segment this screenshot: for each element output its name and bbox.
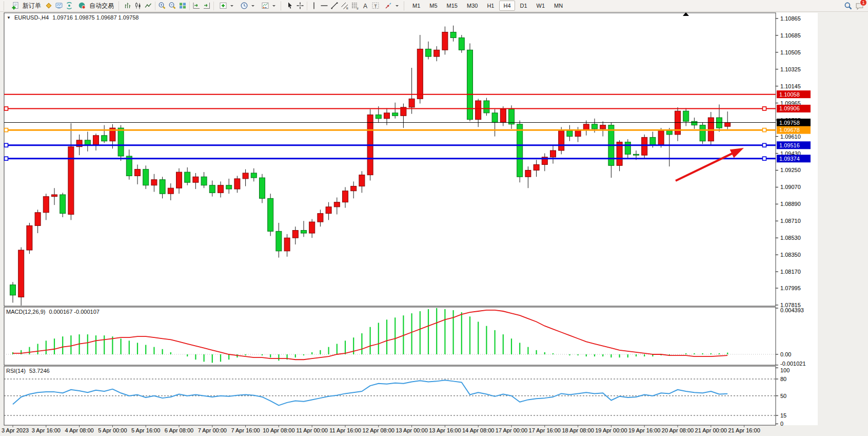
templates-icon: [260, 1, 270, 11]
timeframe-h1[interactable]: H1: [483, 1, 498, 11]
timeframe-m15[interactable]: M15: [443, 1, 462, 11]
candle: [534, 164, 539, 170]
macd-label: MACD(12,26,9) 0.000167 -0.000107: [6, 309, 100, 315]
signals-icon[interactable]: [64, 1, 74, 11]
autotrading-label: 自动交易: [89, 2, 114, 10]
chat-icon[interactable]: 1: [854, 1, 864, 11]
periods-button[interactable]: [236, 1, 258, 11]
candle: [351, 186, 357, 191]
svg-text:3 Apr 16:00: 3 Apr 16:00: [32, 427, 61, 433]
line-handle[interactable]: [763, 157, 766, 160]
chart-ohlc-values: 1.09716 1.09875 1.09687 1.09758: [52, 14, 139, 21]
candle: [301, 231, 307, 233]
line-handle[interactable]: [763, 128, 766, 132]
line-handle[interactable]: [5, 143, 8, 147]
svg-text:1.10505: 1.10505: [780, 49, 801, 55]
rsi-value: 53.7246: [29, 368, 50, 374]
collapse-triangle-icon[interactable]: ▼: [7, 15, 11, 20]
crosshair-icon[interactable]: [295, 1, 305, 11]
candle: [666, 131, 672, 135]
svg-text:F: F: [357, 7, 359, 10]
templates-button[interactable]: [258, 1, 279, 11]
candle: [359, 175, 365, 186]
svg-text:E: E: [346, 7, 348, 10]
svg-text:1.09610: 1.09610: [780, 134, 801, 140]
tile-windows-icon[interactable]: [177, 1, 188, 11]
svg-text:13 Apr 00:00: 13 Apr 00:00: [396, 427, 427, 433]
trendline-icon[interactable]: [329, 1, 340, 11]
candle: [52, 195, 57, 197]
svg-text:19 Apr 16:00: 19 Apr 16:00: [628, 427, 660, 433]
text-label-icon[interactable]: T: [370, 1, 381, 11]
candle: [35, 213, 41, 226]
candle: [492, 113, 498, 122]
candle: [409, 99, 415, 107]
main-pane[interactable]: [4, 13, 776, 306]
price-badge-1.09758: 1.09758: [777, 119, 811, 126]
svg-text:21 Apr 00:00: 21 Apr 00:00: [695, 427, 727, 433]
autotrading-button[interactable]: 自动交易: [74, 1, 116, 11]
candle: [85, 140, 90, 145]
bar-chart-icon[interactable]: [123, 1, 133, 11]
candle: [260, 178, 265, 198]
zoom-in-icon[interactable]: [157, 1, 167, 11]
timeframe-mn[interactable]: MN: [550, 1, 567, 11]
macd-pane[interactable]: [4, 307, 776, 365]
svg-text:15: 15: [780, 412, 786, 419]
new-order-button[interactable]: 新订单: [8, 1, 44, 11]
line-handle[interactable]: [5, 107, 8, 110]
fibonacci-icon[interactable]: F: [350, 1, 360, 11]
line-handle[interactable]: [763, 143, 766, 147]
candle: [426, 49, 431, 56]
candle: [18, 250, 24, 297]
svg-text:1.10145: 1.10145: [780, 83, 801, 89]
metaeditor-icon[interactable]: [44, 1, 54, 11]
cursor-icon[interactable]: [285, 1, 295, 11]
market-watch-icon[interactable]: [54, 1, 64, 11]
indicators-button[interactable]: [215, 1, 236, 11]
search-icon[interactable]: [843, 1, 853, 11]
candle: [93, 136, 99, 145]
svg-text:1.09374: 1.09374: [779, 156, 800, 162]
candle: [459, 38, 464, 50]
svg-text:-0.001021: -0.001021: [780, 361, 806, 367]
candle: [326, 207, 331, 214]
horizontal-line-icon[interactable]: [319, 1, 329, 11]
rsi-label: RSI(14) 53.7246: [6, 368, 50, 374]
timeframe-d1[interactable]: D1: [516, 1, 531, 11]
candle: [692, 121, 697, 125]
timeframe-m30[interactable]: M30: [463, 1, 482, 11]
time-axis[interactable]: 3 Apr 20233 Apr 16:004 Apr 08:005 Apr 00…: [2, 425, 760, 433]
candle: [650, 137, 656, 145]
candle: [384, 113, 390, 119]
candle: [151, 180, 157, 185]
line-handle[interactable]: [763, 107, 766, 110]
equidistant-channel-icon[interactable]: E: [340, 1, 350, 11]
svg-text:1.09070: 1.09070: [780, 184, 801, 190]
timeframe-m1[interactable]: M1: [408, 1, 424, 11]
chevron-down-icon: [230, 5, 233, 8]
arrows-button[interactable]: [381, 1, 402, 11]
svg-text:7 Apr 16:00: 7 Apr 16:00: [231, 427, 260, 433]
chevron-down-icon: [251, 5, 254, 8]
line-handle[interactable]: [5, 128, 8, 132]
auto-scroll-icon[interactable]: [191, 1, 202, 11]
text-icon[interactable]: A: [360, 1, 370, 11]
timeframe-h4[interactable]: H4: [499, 1, 515, 11]
vertical-line-icon[interactable]: [309, 1, 319, 11]
candle: [43, 197, 49, 213]
line-chart-icon[interactable]: [143, 1, 153, 11]
candlestick-chart-icon[interactable]: [133, 1, 143, 11]
candle: [209, 185, 215, 193]
price-chart-canvas[interactable]: 1.108651.106851.105051.103251.101451.099…: [0, 0, 868, 436]
candle: [517, 124, 523, 177]
zoom-out-icon[interactable]: [167, 1, 177, 11]
chart-shift-icon[interactable]: [202, 1, 212, 11]
line-handle[interactable]: [5, 157, 8, 160]
svg-text:1.08350: 1.08350: [780, 252, 801, 258]
svg-text:1.09758: 1.09758: [779, 120, 800, 126]
timeframe-w1[interactable]: W1: [532, 1, 549, 11]
timeframe-m5[interactable]: M5: [425, 1, 441, 11]
svg-text:T: T: [374, 4, 377, 9]
candle: [484, 101, 489, 113]
